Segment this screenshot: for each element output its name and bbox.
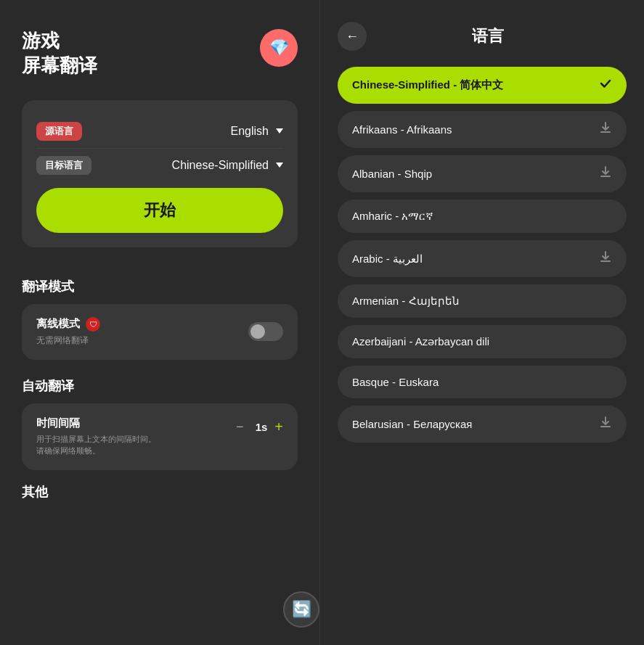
- language-name: Afrikaans - Afrikaans: [352, 123, 452, 136]
- offline-badge: 🛡: [86, 317, 100, 332]
- offline-toggle[interactable]: [248, 322, 283, 341]
- gem-button[interactable]: 💎: [260, 29, 298, 67]
- offline-mode-left: 离线模式 🛡 无需网络翻译: [36, 317, 100, 347]
- back-button[interactable]: ←: [338, 22, 367, 51]
- language-item[interactable]: Armenian - Հայերեն: [338, 284, 627, 318]
- interval-title: 时间间隔: [36, 416, 156, 430]
- offline-label-area: 离线模式 🛡: [36, 317, 100, 332]
- language-name: Chinese-Simplified - 简体中文: [352, 78, 503, 92]
- app-title: 游戏 屏幕翻译: [22, 29, 97, 78]
- source-dropdown-arrow: [276, 128, 283, 133]
- offline-mode-row: 离线模式 🛡 无需网络翻译: [36, 317, 283, 347]
- other-section-title: 其他: [22, 483, 298, 501]
- left-panel: 游戏 屏幕翻译 💎 源语言 English 目标语言 Chinese-Simpl…: [0, 0, 319, 645]
- offline-sub: 无需网络翻译: [36, 334, 100, 347]
- right-panel: ← 语言 Chinese-Simplified - 简体中文Afrikaans …: [319, 0, 644, 645]
- language-name: Armenian - Հայերեն: [352, 295, 460, 308]
- interval-value: 1s: [256, 421, 268, 433]
- language-name: Belarusian - Беларуская: [352, 418, 472, 430]
- language-item[interactable]: Basque - Euskara: [338, 366, 627, 398]
- language-item[interactable]: Chinese-Simplified - 简体中文: [338, 67, 627, 104]
- language-item[interactable]: Afrikaans - Afrikaans: [338, 111, 627, 148]
- back-arrow-icon: ←: [346, 29, 359, 44]
- source-value-dropdown[interactable]: English: [231, 125, 283, 138]
- language-item[interactable]: Albanian - Shqip: [338, 155, 627, 192]
- language-name: Arabic - العربية: [352, 252, 423, 266]
- target-value-dropdown[interactable]: Chinese-Simplified: [172, 159, 283, 172]
- settings-card: 源语言 English 目标语言 Chinese-Simplified 开始: [22, 100, 298, 247]
- language-action-icon[interactable]: [599, 121, 612, 138]
- floating-icon: 🔄: [292, 600, 311, 619]
- language-name: Amharic - አማርኛ: [352, 210, 433, 223]
- app-title-line2: 屏幕翻译: [22, 54, 97, 76]
- language-list: Chinese-Simplified - 简体中文Afrikaans - Afr…: [338, 67, 627, 443]
- source-language-row: 源语言 English: [36, 115, 283, 148]
- right-header: ← 语言: [338, 22, 627, 51]
- target-label-tag: 目标语言: [36, 156, 91, 175]
- app-header: 游戏 屏幕翻译 💎: [22, 29, 298, 78]
- language-item[interactable]: Azerbaijani - Azərbaycan dili: [338, 325, 627, 358]
- language-action-icon[interactable]: [599, 77, 612, 94]
- language-name: Albanian - Shqip: [352, 168, 432, 180]
- floating-action-button[interactable]: 🔄: [283, 591, 319, 628]
- interval-card: 时间间隔 用于扫描屏幕上文本的间隔时间。 请确保网络顺畅。 − 1s +: [22, 403, 298, 470]
- language-action-icon[interactable]: [599, 250, 612, 267]
- start-button[interactable]: 开始: [36, 188, 283, 233]
- auto-translate-title: 自动翻译: [22, 377, 298, 395]
- language-name: Basque - Euskara: [352, 376, 439, 388]
- toggle-knob: [250, 324, 265, 339]
- source-value-text: English: [231, 125, 269, 138]
- language-item[interactable]: Amharic - አማርኛ: [338, 200, 627, 233]
- app-title-line1: 游戏: [22, 30, 60, 52]
- language-action-icon[interactable]: [599, 165, 612, 182]
- target-dropdown-arrow: [276, 163, 283, 168]
- target-value-text: Chinese-Simplified: [172, 159, 269, 172]
- target-language-row: 目标语言 Chinese-Simplified: [36, 148, 283, 182]
- right-panel-title: 语言: [378, 25, 598, 47]
- interval-minus-button[interactable]: −: [232, 418, 248, 436]
- interval-sub1: 用于扫描屏幕上文本的间隔时间。: [36, 433, 156, 445]
- translation-mode-title: 翻译模式: [22, 278, 298, 295]
- language-name: Azerbaijani - Azərbaycan dili: [352, 335, 489, 348]
- language-item[interactable]: Belarusian - Беларуская: [338, 406, 627, 443]
- gem-icon: 💎: [269, 38, 289, 57]
- mode-card: 离线模式 🛡 无需网络翻译: [22, 304, 298, 360]
- interval-plus-button[interactable]: +: [274, 419, 283, 435]
- language-action-icon[interactable]: [599, 416, 612, 432]
- interval-sub2: 请确保网络顺畅。: [36, 445, 156, 457]
- offline-label: 离线模式: [36, 317, 80, 331]
- interval-left: 时间间隔 用于扫描屏幕上文本的间隔时间。 请确保网络顺畅。: [36, 416, 156, 457]
- interval-controls: − 1s +: [232, 418, 283, 436]
- source-label-tag: 源语言: [36, 122, 82, 141]
- language-item[interactable]: Arabic - العربية: [338, 240, 627, 277]
